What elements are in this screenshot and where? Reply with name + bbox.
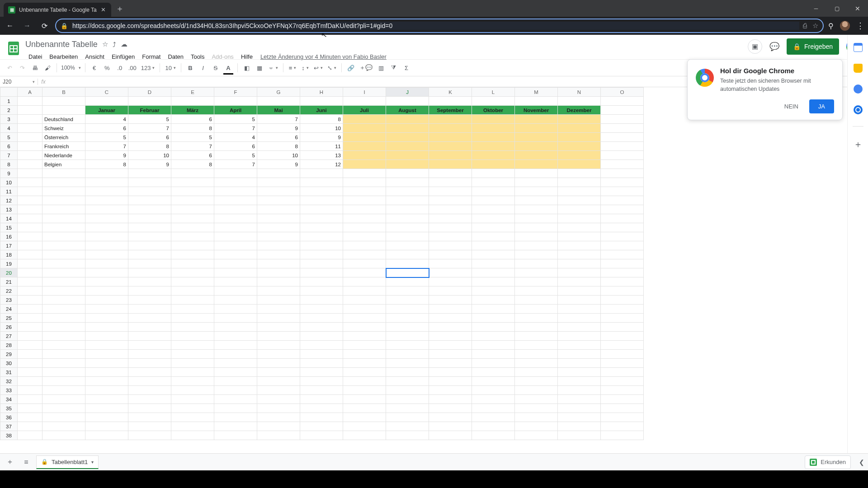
cell-D8[interactable]: 9 <box>128 160 171 169</box>
row-header-29[interactable]: 29 <box>0 350 18 359</box>
row-header-24[interactable]: 24 <box>0 305 18 314</box>
col-header-O[interactable]: O <box>601 88 644 97</box>
cell-M11[interactable] <box>515 187 558 196</box>
cell-L30[interactable] <box>472 359 515 368</box>
cell-I6[interactable] <box>343 142 386 151</box>
cell-B8[interactable]: Belgien <box>42 160 85 169</box>
cell-I9[interactable] <box>343 169 386 178</box>
cell-J5[interactable] <box>386 133 429 142</box>
cell-E9[interactable] <box>171 169 214 178</box>
cell-M8[interactable] <box>515 160 558 169</box>
add-sheet-button[interactable]: ＋ <box>4 456 16 469</box>
cell-F5[interactable]: 4 <box>214 133 257 142</box>
cell-J2[interactable]: August <box>386 106 429 115</box>
cell-B17[interactable] <box>42 241 85 250</box>
cell-I15[interactable] <box>343 223 386 232</box>
cell-I36[interactable] <box>343 413 386 422</box>
cell-M36[interactable] <box>515 413 558 422</box>
cell-B20[interactable] <box>42 268 85 277</box>
cell-C18[interactable] <box>85 250 128 259</box>
cell-A25[interactable] <box>18 314 42 323</box>
cell-A26[interactable] <box>18 323 42 332</box>
cell-D31[interactable] <box>128 368 171 377</box>
cell-H23[interactable] <box>300 296 343 305</box>
cell-A1[interactable] <box>18 97 42 106</box>
cell-K4[interactable] <box>429 124 472 133</box>
cell-N2[interactable]: Dezember <box>558 106 601 115</box>
cell-D3[interactable]: 5 <box>128 115 171 124</box>
cell-F23[interactable] <box>214 296 257 305</box>
cell-N12[interactable] <box>558 196 601 205</box>
cell-H37[interactable] <box>300 422 343 431</box>
cell-J8[interactable] <box>386 160 429 169</box>
cell-J10[interactable] <box>386 178 429 187</box>
cell-F24[interactable] <box>214 305 257 314</box>
cell-O25[interactable] <box>601 314 644 323</box>
cell-D33[interactable] <box>128 386 171 395</box>
cell-F7[interactable]: 5 <box>214 151 257 160</box>
cell-D37[interactable] <box>128 422 171 431</box>
cell-O24[interactable] <box>601 305 644 314</box>
row-header-7[interactable]: 7 <box>0 151 18 160</box>
cell-K33[interactable] <box>429 386 472 395</box>
cell-M25[interactable] <box>515 314 558 323</box>
cell-D9[interactable] <box>128 169 171 178</box>
cell-G5[interactable]: 6 <box>257 133 300 142</box>
redo-icon[interactable]: ↷ <box>16 62 28 74</box>
cell-D13[interactable] <box>128 205 171 214</box>
cell-L8[interactable] <box>472 160 515 169</box>
borders-icon[interactable]: ▦ <box>254 62 265 74</box>
cell-I24[interactable] <box>343 305 386 314</box>
cell-C11[interactable] <box>85 187 128 196</box>
cell-E8[interactable]: 8 <box>171 160 214 169</box>
col-header-E[interactable]: E <box>171 88 214 97</box>
cell-J20[interactable] <box>386 268 429 277</box>
cell-O30[interactable] <box>601 359 644 368</box>
cell-I22[interactable] <box>343 286 386 296</box>
cell-O32[interactable] <box>601 377 644 386</box>
move-icon[interactable]: ⤴ <box>113 41 116 48</box>
cell-L21[interactable] <box>472 277 515 286</box>
cell-L27[interactable] <box>472 332 515 341</box>
cell-B32[interactable] <box>42 377 85 386</box>
row-header-2[interactable]: 2 <box>0 106 18 115</box>
cell-C7[interactable]: 9 <box>85 151 128 160</box>
last-edit-link[interactable]: Letzte Änderung vor 4 Minuten von Fabio … <box>259 52 387 62</box>
cell-H1[interactable] <box>300 97 343 106</box>
cell-B24[interactable] <box>42 305 85 314</box>
row-header-12[interactable]: 12 <box>0 196 18 205</box>
cell-B10[interactable] <box>42 178 85 187</box>
cell-E2[interactable]: März <box>171 106 214 115</box>
comment-insert-icon[interactable]: ＋💬 <box>358 62 374 74</box>
cell-I28[interactable] <box>343 341 386 350</box>
cell-D26[interactable] <box>128 323 171 332</box>
cell-K27[interactable] <box>429 332 472 341</box>
cell-F9[interactable] <box>214 169 257 178</box>
row-header-36[interactable]: 36 <box>0 413 18 422</box>
cell-C8[interactable]: 8 <box>85 160 128 169</box>
cell-K6[interactable] <box>429 142 472 151</box>
cell-L31[interactable] <box>472 368 515 377</box>
cell-O20[interactable] <box>601 268 644 277</box>
cell-L1[interactable] <box>472 97 515 106</box>
tab-close-icon[interactable]: ✕ <box>100 7 107 13</box>
cell-A30[interactable] <box>18 359 42 368</box>
cell-O3[interactable] <box>601 115 644 124</box>
cell-A20[interactable] <box>18 268 42 277</box>
cell-H18[interactable] <box>300 250 343 259</box>
cell-L20[interactable] <box>472 268 515 277</box>
cell-N14[interactable] <box>558 214 601 223</box>
cell-F36[interactable] <box>214 413 257 422</box>
sheet-tab-menu-icon[interactable]: ▾ <box>91 460 94 465</box>
cell-J14[interactable] <box>386 214 429 223</box>
cell-C20[interactable] <box>85 268 128 277</box>
menu-hilfe[interactable]: Hilfe <box>238 52 256 62</box>
cell-G18[interactable] <box>257 250 300 259</box>
cell-F19[interactable] <box>214 259 257 268</box>
cell-B22[interactable] <box>42 286 85 296</box>
cell-J34[interactable] <box>386 395 429 404</box>
cell-N3[interactable] <box>558 115 601 124</box>
cell-E12[interactable] <box>171 196 214 205</box>
cell-L37[interactable] <box>472 422 515 431</box>
cell-B27[interactable] <box>42 332 85 341</box>
